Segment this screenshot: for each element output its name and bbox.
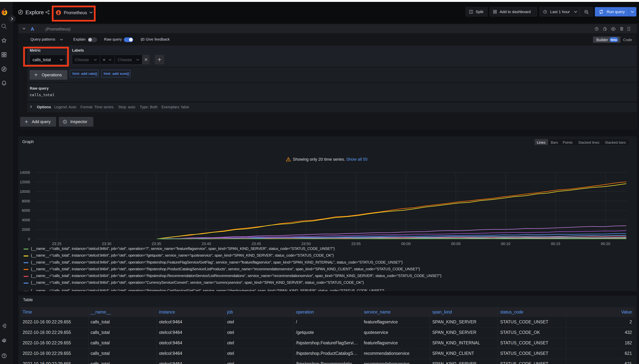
svg-text:0: 0 <box>28 237 30 241</box>
svg-text:00:20: 00:20 <box>601 242 610 246</box>
svg-text:23:50: 23:50 <box>301 242 311 246</box>
svg-text:6000: 6000 <box>22 208 30 212</box>
svg-text:23:30: 23:30 <box>102 242 111 246</box>
svg-text:00:00: 00:00 <box>401 242 410 246</box>
svg-text:10000: 10000 <box>20 190 30 194</box>
svg-text:00:10: 00:10 <box>501 242 510 246</box>
svg-text:14000: 14000 <box>20 170 30 174</box>
svg-text:8000: 8000 <box>22 199 30 203</box>
svg-text:23:55: 23:55 <box>351 242 361 246</box>
svg-text:00:15: 00:15 <box>551 242 560 246</box>
svg-text:23:45: 23:45 <box>252 242 261 246</box>
svg-text:23:35: 23:35 <box>152 242 161 246</box>
svg-text:12000: 12000 <box>20 180 30 184</box>
svg-text:2000: 2000 <box>22 228 30 232</box>
svg-text:00:05: 00:05 <box>451 242 460 246</box>
svg-text:4000: 4000 <box>22 218 30 222</box>
svg-text:23:25: 23:25 <box>52 242 61 246</box>
svg-text:23:40: 23:40 <box>202 242 211 246</box>
